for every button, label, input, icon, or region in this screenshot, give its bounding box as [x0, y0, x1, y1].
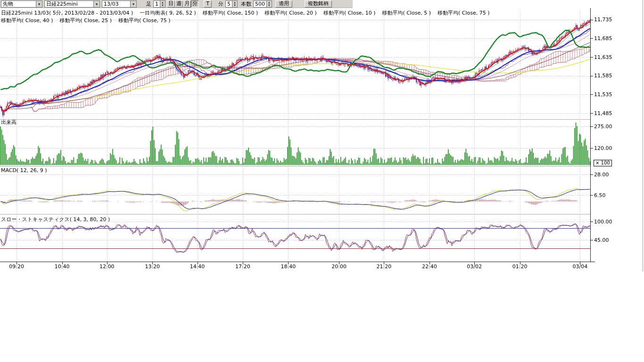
multi-symbol-button[interactable]: 複数銘柄 — [305, 0, 332, 8]
period-daily-button[interactable]: 日 — [167, 0, 175, 8]
time-tick-label: 01:20 — [507, 263, 533, 270]
toolbar: 先物 ▼ 日経225mini ▼ 13/03 ▼ 足 1 ▲▼ 日 週 月 分 … — [0, 0, 353, 8]
chart-title-and-indicators: 日経225mini 13/03( 5分, 2013/02/28 - 2013/0… — [1, 9, 489, 16]
interval-stepper[interactable]: 5 ▲▼ — [225, 0, 238, 8]
interval-value: 5 — [226, 1, 232, 7]
axis-tick-label: 28.00 — [594, 172, 609, 178]
contract-value: 13/03 — [104, 1, 119, 7]
axis-tick-label: 11,735 — [594, 16, 612, 23]
time-tick-label: 22:40 — [416, 263, 443, 270]
tick-button[interactable]: T — [204, 0, 212, 8]
axis-tick-label: 6.50 — [594, 192, 606, 198]
time-axis: 09:2010:4012:0013:2014:4017:2018:4020:00… — [0, 263, 644, 270]
spinner-down-icon[interactable]: ▼ — [232, 4, 237, 7]
symbol-value: 日経225mini — [46, 1, 78, 7]
time-tick-label: 03/02 — [461, 263, 487, 270]
chart-indicators-line2: 移動平均( Close, 40 ) 移動平均( Close, 25 ) 移動平均… — [1, 17, 171, 24]
right-axis: 11,73511,68511,63511,58511,53511,485275.… — [594, 0, 644, 271]
instrument-type-dropdown[interactable]: 先物 ▼ — [1, 0, 42, 8]
chevron-down-icon: ▼ — [130, 1, 136, 7]
axis-tick-label: 11,585 — [594, 73, 612, 79]
bar-count-label: 本数 — [241, 0, 251, 8]
bar-count-value: 500 — [254, 1, 266, 7]
symbol-dropdown[interactable]: 日経225mini ▼ — [44, 0, 100, 8]
macd-panel-label: MACD( 12, 26, 9 ) — [1, 167, 47, 173]
axis-tick-label: 11,535 — [594, 91, 612, 98]
axis-tick-label: 100.00 — [594, 219, 612, 225]
time-tick-label: 18:40 — [275, 263, 301, 270]
time-tick-label: 12:00 — [94, 263, 120, 270]
axis-tick-label: 120.00 — [594, 145, 612, 151]
stoch-panel-label: スロー・ストキャスティクス( 14, 3, 80, 20 ) — [1, 216, 110, 223]
chevron-down-icon: ▼ — [36, 1, 42, 7]
time-tick-label: 03/04 — [567, 263, 593, 270]
axis-tick-label: 45.00 — [594, 237, 609, 243]
axis-tick-label: 275.00 — [594, 123, 612, 130]
bar-interval-stepper[interactable]: 1 ▲▼ — [153, 0, 165, 8]
period-minute-button[interactable]: 分 — [191, 0, 199, 8]
spinner-down-icon[interactable]: ▼ — [267, 4, 272, 7]
time-tick-label: 10:40 — [49, 263, 75, 270]
bar-type-label: 足 — [146, 0, 151, 8]
bar-count-stepper[interactable]: 500 ▲▼ — [253, 0, 272, 8]
period-weekly-button[interactable]: 週 — [175, 0, 183, 8]
time-tick-label: 20:00 — [326, 263, 352, 270]
contract-month-dropdown[interactable]: 13/03 ▼ — [102, 0, 137, 8]
window-border — [643, 0, 643, 272]
spinner-down-icon[interactable]: ▼ — [160, 4, 165, 7]
axis-tick-label: 11,685 — [594, 35, 612, 41]
volume-panel-label: 出来高 — [1, 119, 17, 126]
axis-tick-label: 11,635 — [594, 54, 612, 60]
unit-label: 分 — [218, 0, 223, 8]
time-tick-label: 21:20 — [371, 263, 397, 270]
time-tick-label: 17:20 — [230, 263, 256, 270]
chevron-down-icon: ▼ — [93, 1, 99, 7]
apply-button[interactable]: 適用 — [275, 0, 292, 8]
chart-area: 日経225mini 13/03( 5分, 2013/02/28 - 2013/0… — [0, 0, 644, 362]
bar-interval-value: 1 — [154, 1, 160, 7]
time-tick-label: 14:40 — [184, 263, 211, 270]
period-monthly-button[interactable]: 月 — [183, 0, 191, 8]
instrument-type-value: 先物 — [3, 1, 13, 7]
time-tick-label: 13:20 — [139, 263, 165, 270]
axis-tick-label: 11,485 — [594, 110, 612, 116]
time-tick-label: 09:20 — [3, 263, 30, 270]
chart-canvas[interactable] — [0, 8, 644, 265]
